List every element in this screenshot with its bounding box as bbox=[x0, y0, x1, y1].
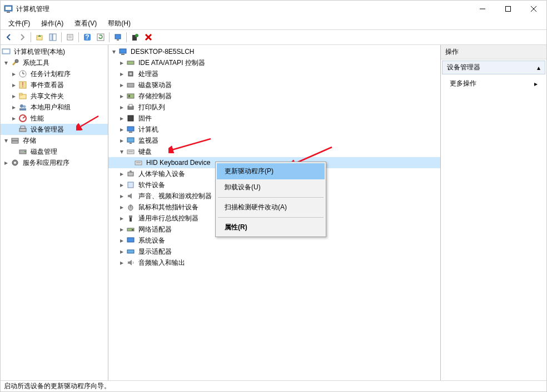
mouse-icon bbox=[126, 203, 135, 212]
caret-right-icon[interactable]: ▸ bbox=[11, 71, 17, 77]
actions-more[interactable]: 更多操作 ▸ bbox=[441, 76, 546, 92]
tree-task-scheduler[interactable]: ▸任务计划程序 bbox=[1, 68, 108, 79]
caret-right-icon[interactable]: ▸ bbox=[118, 104, 125, 110]
scan-button[interactable] bbox=[129, 31, 141, 43]
tree-storage[interactable]: ▾存储 bbox=[1, 135, 108, 146]
up-level-button[interactable] bbox=[33, 31, 46, 43]
caret-right-icon[interactable]: ▸ bbox=[118, 248, 125, 255]
caret-right-icon[interactable]: ▸ bbox=[118, 226, 125, 233]
caret-down-icon[interactable]: ▾ bbox=[3, 137, 9, 144]
svg-rect-16 bbox=[115, 34, 121, 39]
device-ide[interactable]: ▸IDE ATA/ATAPI 控制器 bbox=[108, 57, 440, 68]
svg-rect-73 bbox=[132, 229, 133, 230]
tree-root-computer-mgmt[interactable]: 计算机管理(本地) bbox=[1, 46, 108, 57]
caret-right-icon[interactable]: ▸ bbox=[118, 137, 125, 144]
maximize-button[interactable] bbox=[495, 1, 521, 17]
device-printers[interactable]: ▸打印队列 bbox=[108, 102, 440, 113]
device-display[interactable]: ▸显示适配器 bbox=[108, 246, 440, 257]
tree-event-viewer[interactable]: ▸!事件查看器 bbox=[1, 79, 108, 91]
context-menu: 更新驱动程序(P) 卸载设备(U) 扫描检测硬件改动(A) 属性(R) bbox=[215, 162, 326, 237]
caret-right-icon[interactable]: ▸ bbox=[118, 71, 125, 77]
caret-down-icon[interactable]: ▾ bbox=[118, 148, 125, 155]
device-storage-ctrl[interactable]: ▸存储控制器 bbox=[108, 91, 440, 102]
tree-device-manager[interactable]: 设备管理器 bbox=[1, 124, 108, 135]
device-audio-io[interactable]: ▸音频输入和输出 bbox=[108, 257, 440, 268]
tree-performance[interactable]: ▸性能 bbox=[1, 113, 108, 124]
caret-right-icon[interactable]: ▸ bbox=[118, 215, 125, 222]
menu-file[interactable]: 文件(F) bbox=[3, 18, 36, 29]
caret-right-icon[interactable]: ▸ bbox=[118, 237, 125, 244]
svg-rect-58 bbox=[129, 132, 132, 133]
usb-icon bbox=[126, 214, 135, 223]
refresh-button[interactable] bbox=[95, 31, 107, 43]
window-title: 计算机管理 bbox=[16, 4, 470, 14]
tree-disk-mgmt[interactable]: 磁盘管理 bbox=[1, 146, 108, 157]
close-button[interactable] bbox=[521, 1, 546, 17]
svg-rect-10 bbox=[67, 34, 73, 40]
caret-right-icon[interactable]: ▸ bbox=[11, 82, 17, 88]
storage-ctrl-icon bbox=[126, 92, 135, 100]
system-icon bbox=[126, 236, 135, 245]
caret-right-icon[interactable]: ▸ bbox=[11, 93, 17, 99]
device-firmware[interactable]: ▸固件 bbox=[108, 113, 440, 124]
menu-view[interactable]: 查看(V) bbox=[69, 18, 102, 29]
caret-right-icon[interactable]: ▸ bbox=[118, 93, 125, 99]
minimize-button[interactable] bbox=[470, 1, 495, 17]
cm-properties[interactable]: 属性(R) bbox=[217, 219, 325, 235]
cpu-icon bbox=[126, 69, 135, 78]
caret-right-icon[interactable]: ▸ bbox=[3, 159, 9, 166]
svg-rect-74 bbox=[127, 238, 134, 242]
services-icon bbox=[11, 158, 19, 167]
caret-right-icon[interactable]: ▸ bbox=[118, 182, 125, 188]
software-icon bbox=[126, 180, 135, 189]
svg-rect-48 bbox=[127, 61, 134, 64]
cm-update-driver[interactable]: 更新驱动程序(P) bbox=[217, 163, 325, 179]
main-area: 计算机管理(本地) ▾系统工具 ▸任务计划程序 ▸!事件查看器 ▸共享文件夹 ▸… bbox=[1, 45, 546, 380]
pc-icon bbox=[126, 125, 135, 134]
device-cpu[interactable]: ▸处理器 bbox=[108, 68, 440, 79]
caret-right-icon[interactable]: ▸ bbox=[118, 126, 125, 133]
caret-right-icon[interactable]: ▸ bbox=[118, 115, 125, 122]
shared-folder-icon bbox=[18, 92, 27, 100]
cm-uninstall[interactable]: 卸载设备(U) bbox=[217, 179, 325, 195]
device-computer[interactable]: ▸计算机 bbox=[108, 124, 440, 135]
svg-rect-1 bbox=[6, 7, 11, 10]
help-button[interactable]: ? bbox=[81, 31, 93, 43]
tree-services-apps[interactable]: ▸服务和应用程序 bbox=[1, 157, 108, 168]
menu-action[interactable]: 操作(A) bbox=[36, 18, 69, 29]
caret-right-icon[interactable]: ▸ bbox=[118, 193, 125, 199]
clock-icon bbox=[18, 69, 27, 78]
caret-right-icon[interactable]: ▸ bbox=[118, 59, 125, 66]
menu-help[interactable]: 帮助(H) bbox=[102, 18, 136, 29]
caret-right-icon[interactable]: ▸ bbox=[11, 115, 17, 122]
status-bar: 启动所选设备的更新驱动程序向导。 bbox=[1, 380, 546, 391]
svg-rect-17 bbox=[117, 39, 119, 41]
caret-down-icon[interactable]: ▾ bbox=[111, 48, 117, 55]
device-monitor[interactable]: ▸监视器 bbox=[108, 135, 440, 146]
svg-rect-2 bbox=[7, 12, 10, 13]
cm-scan[interactable]: 扫描检测硬件改动(A) bbox=[217, 199, 325, 215]
tree-local-users[interactable]: ▸本地用户和组 bbox=[1, 102, 108, 113]
device-disk[interactable]: ▸磁盘驱动器 bbox=[108, 79, 440, 91]
svg-rect-59 bbox=[127, 138, 134, 142]
device-root[interactable]: ▾DESKTOP-8E5SLCH bbox=[108, 46, 440, 57]
back-button[interactable] bbox=[3, 31, 15, 43]
caret-right-icon[interactable]: ▸ bbox=[118, 204, 125, 210]
caret-right-icon[interactable]: ▸ bbox=[118, 259, 125, 266]
forward-button[interactable] bbox=[16, 31, 28, 43]
caret-right-icon[interactable]: ▸ bbox=[118, 82, 125, 88]
tree-system-tools[interactable]: ▾系统工具 bbox=[1, 57, 108, 68]
device-keyboard[interactable]: ▾键盘 bbox=[108, 146, 440, 157]
caret-down-icon[interactable]: ▾ bbox=[3, 59, 9, 66]
tools-icon bbox=[11, 58, 19, 67]
actions-section-device-mgr[interactable]: 设备管理器 ▴ bbox=[442, 61, 545, 74]
show-hide-button[interactable] bbox=[47, 31, 59, 43]
caret-right-icon[interactable]: ▸ bbox=[11, 104, 17, 110]
ide-icon bbox=[126, 58, 135, 67]
tree-shared-folders[interactable]: ▸共享文件夹 bbox=[1, 91, 108, 102]
caret-right-icon[interactable]: ▸ bbox=[118, 170, 125, 177]
cm-separator bbox=[218, 217, 324, 218]
properties-button[interactable] bbox=[64, 31, 76, 43]
delete-button[interactable] bbox=[142, 31, 155, 43]
monitor-button[interactable] bbox=[112, 31, 124, 43]
